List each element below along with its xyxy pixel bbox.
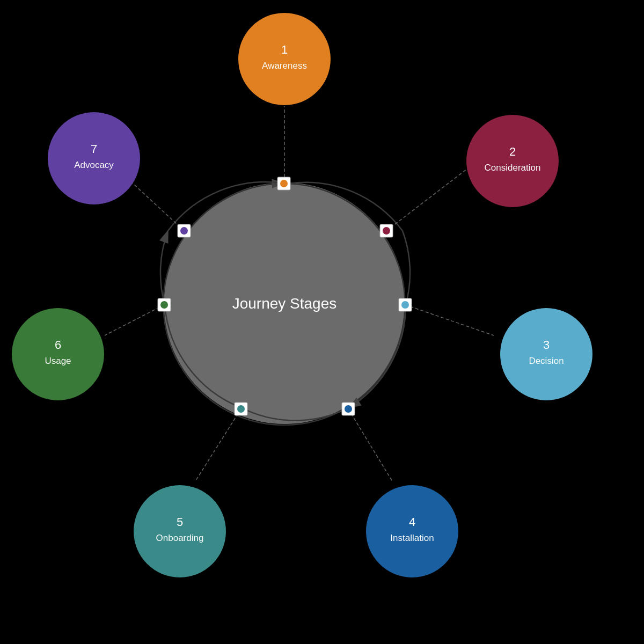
stage-label-6: Usage <box>45 356 71 366</box>
journey-diagram: Journey Stages 1 Awareness 2 Considerati… <box>0 0 644 644</box>
stage-circle-4[interactable] <box>366 485 458 577</box>
connector-dot-6 <box>160 301 168 309</box>
stage-number-4: 4 <box>409 515 415 529</box>
connector-dot-2 <box>383 227 390 235</box>
stage-label-7: Advocacy <box>74 160 114 170</box>
connector-dot-1 <box>280 180 288 187</box>
connector-dot-3 <box>401 301 409 309</box>
stage-number-7: 7 <box>91 142 97 156</box>
stage-circle-6[interactable] <box>12 308 104 400</box>
stage-circle-2[interactable] <box>466 115 559 207</box>
stage-label-5: Onboarding <box>156 533 204 543</box>
center-text: Journey Stages <box>232 295 337 312</box>
diagram-canvas: Journey Stages 1 Awareness 2 Considerati… <box>0 0 644 644</box>
stage-label-4: Installation <box>390 533 434 543</box>
stage-number-1: 1 <box>281 43 288 56</box>
dashed-4 <box>348 409 392 480</box>
stage-circle-5[interactable] <box>134 485 226 577</box>
stage-number-6: 6 <box>55 338 61 352</box>
stage-circle-1[interactable] <box>238 13 331 105</box>
connector-dot-4 <box>345 405 352 413</box>
stage-circle-7[interactable] <box>48 112 140 204</box>
connector-dot-7 <box>180 227 188 235</box>
dashed-6 <box>105 305 164 335</box>
stage-number-5: 5 <box>177 515 183 529</box>
stage-label-2: Consideration <box>485 163 541 173</box>
stage-circle-3[interactable] <box>500 308 592 400</box>
connector-dot-5 <box>237 405 245 413</box>
dashed-2 <box>386 169 467 231</box>
stage-number-2: 2 <box>509 145 516 158</box>
stage-number-3: 3 <box>543 338 550 352</box>
dashed-3 <box>405 305 494 335</box>
stage-label-3: Decision <box>529 356 564 366</box>
stage-label-1: Awareness <box>262 61 307 71</box>
dashed-5 <box>196 409 241 480</box>
dashed-7 <box>127 178 184 231</box>
